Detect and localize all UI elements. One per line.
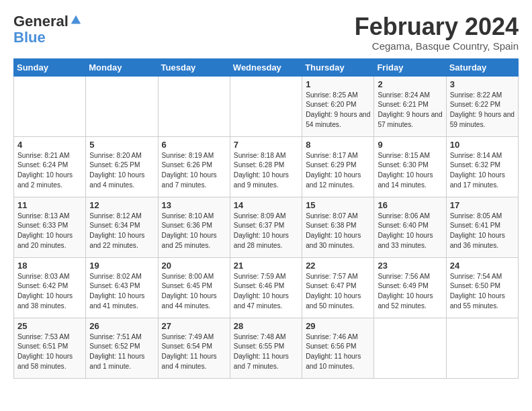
weekday-header-row: SundayMondayTuesdayWednesdayThursdayFrid…: [14, 58, 519, 76]
day-info: Sunrise: 8:18 AM Sunset: 6:28 PM Dayligh…: [234, 151, 298, 191]
weekday-header-cell: Saturday: [446, 58, 518, 76]
calendar-cell: 5Sunrise: 8:20 AM Sunset: 6:25 PM Daylig…: [86, 136, 158, 197]
day-number: 21: [234, 261, 298, 271]
weekday-header-cell: Friday: [374, 58, 446, 76]
calendar-cell: 23Sunrise: 7:56 AM Sunset: 6:49 PM Dayli…: [374, 257, 446, 318]
calendar-cell: 22Sunrise: 7:57 AM Sunset: 6:47 PM Dayli…: [302, 257, 374, 318]
day-info: Sunrise: 8:14 AM Sunset: 6:32 PM Dayligh…: [450, 151, 515, 191]
day-number: 25: [17, 321, 82, 331]
calendar-cell: 24Sunrise: 7:54 AM Sunset: 6:50 PM Dayli…: [446, 257, 518, 318]
day-info: Sunrise: 7:59 AM Sunset: 6:46 PM Dayligh…: [234, 272, 298, 312]
day-info: Sunrise: 8:00 AM Sunset: 6:45 PM Dayligh…: [162, 272, 226, 312]
calendar-week-row: 18Sunrise: 8:03 AM Sunset: 6:42 PM Dayli…: [14, 257, 519, 318]
calendar-cell: 1Sunrise: 8:25 AM Sunset: 6:20 PM Daylig…: [302, 76, 374, 136]
calendar-cell: [86, 76, 158, 136]
day-number: 15: [306, 200, 370, 210]
day-number: 23: [378, 261, 442, 271]
calendar-cell: 8Sunrise: 8:17 AM Sunset: 6:29 PM Daylig…: [302, 136, 374, 197]
calendar-cell: 21Sunrise: 7:59 AM Sunset: 6:46 PM Dayli…: [230, 257, 302, 318]
calendar-cell: 17Sunrise: 8:05 AM Sunset: 6:41 PM Dayli…: [446, 197, 518, 257]
calendar-cell: 6Sunrise: 8:19 AM Sunset: 6:26 PM Daylig…: [158, 136, 230, 197]
day-number: 27: [162, 321, 226, 331]
day-number: 20: [162, 261, 226, 271]
calendar-cell: [14, 76, 86, 136]
day-number: 10: [450, 140, 515, 150]
day-number: 28: [234, 321, 298, 331]
calendar-cell: [158, 76, 230, 136]
day-info: Sunrise: 8:12 AM Sunset: 6:34 PM Dayligh…: [89, 212, 154, 251]
calendar-cell: 29Sunrise: 7:46 AM Sunset: 6:56 PM Dayli…: [302, 318, 374, 378]
calendar-week-row: 4Sunrise: 8:21 AM Sunset: 6:24 PM Daylig…: [14, 136, 519, 197]
day-number: 7: [234, 140, 298, 150]
weekday-header-cell: Sunday: [14, 58, 86, 76]
calendar-cell: 2Sunrise: 8:24 AM Sunset: 6:21 PM Daylig…: [374, 76, 446, 136]
day-info: Sunrise: 7:56 AM Sunset: 6:49 PM Dayligh…: [378, 272, 442, 312]
calendar-week-row: 11Sunrise: 8:13 AM Sunset: 6:33 PM Dayli…: [14, 197, 519, 257]
day-info: Sunrise: 8:22 AM Sunset: 6:22 PM Dayligh…: [450, 91, 515, 130]
day-info: Sunrise: 8:10 AM Sunset: 6:36 PM Dayligh…: [162, 212, 226, 251]
calendar-table: SundayMondayTuesdayWednesdayThursdayFrid…: [13, 58, 519, 379]
day-info: Sunrise: 8:09 AM Sunset: 6:37 PM Dayligh…: [234, 212, 298, 251]
day-info: Sunrise: 8:05 AM Sunset: 6:41 PM Dayligh…: [450, 212, 515, 251]
calendar-week-row: 25Sunrise: 7:53 AM Sunset: 6:51 PM Dayli…: [14, 318, 519, 378]
day-number: 8: [306, 140, 370, 150]
day-number: 22: [306, 261, 370, 271]
calendar-cell: 25Sunrise: 7:53 AM Sunset: 6:51 PM Dayli…: [14, 318, 86, 378]
weekday-header-cell: Thursday: [302, 58, 374, 76]
calendar-cell: 20Sunrise: 8:00 AM Sunset: 6:45 PM Dayli…: [158, 257, 230, 318]
day-number: 13: [162, 200, 226, 210]
calendar-cell: [446, 318, 518, 378]
day-number: 24: [450, 261, 515, 271]
svg-marker-0: [71, 15, 81, 24]
weekday-header-cell: Monday: [86, 58, 158, 76]
day-info: Sunrise: 8:25 AM Sunset: 6:20 PM Dayligh…: [306, 91, 370, 130]
day-number: 5: [89, 140, 154, 150]
calendar-cell: 28Sunrise: 7:48 AM Sunset: 6:55 PM Dayli…: [230, 318, 302, 378]
day-info: Sunrise: 8:06 AM Sunset: 6:40 PM Dayligh…: [378, 212, 442, 251]
day-info: Sunrise: 8:03 AM Sunset: 6:42 PM Dayligh…: [17, 272, 82, 312]
day-info: Sunrise: 8:15 AM Sunset: 6:30 PM Dayligh…: [378, 151, 442, 191]
day-number: 2: [378, 79, 442, 89]
page-header: GeneralBlue February 2024 Cegama, Basque…: [13, 13, 519, 52]
calendar-cell: 10Sunrise: 8:14 AM Sunset: 6:32 PM Dayli…: [446, 136, 518, 197]
month-year: February 2024: [355, 13, 519, 40]
location: Cegama, Basque Country, Spain: [355, 40, 519, 52]
calendar-cell: 4Sunrise: 8:21 AM Sunset: 6:24 PM Daylig…: [14, 136, 86, 197]
calendar-cell: 16Sunrise: 8:06 AM Sunset: 6:40 PM Dayli…: [374, 197, 446, 257]
weekday-header-cell: Wednesday: [230, 58, 302, 76]
day-number: 12: [89, 200, 154, 210]
logo: GeneralBlue: [13, 13, 82, 46]
calendar-cell: 19Sunrise: 8:02 AM Sunset: 6:43 PM Dayli…: [86, 257, 158, 318]
day-number: 16: [378, 200, 442, 210]
calendar-cell: 27Sunrise: 7:49 AM Sunset: 6:54 PM Dayli…: [158, 318, 230, 378]
day-number: 9: [378, 140, 442, 150]
day-number: 6: [162, 140, 226, 150]
day-number: 3: [450, 79, 515, 89]
day-info: Sunrise: 7:46 AM Sunset: 6:56 PM Dayligh…: [306, 332, 370, 372]
calendar-cell: 11Sunrise: 8:13 AM Sunset: 6:33 PM Dayli…: [14, 197, 86, 257]
day-number: 19: [89, 261, 154, 271]
day-info: Sunrise: 8:24 AM Sunset: 6:21 PM Dayligh…: [378, 91, 442, 130]
day-number: 29: [306, 321, 370, 331]
calendar-cell: 18Sunrise: 8:03 AM Sunset: 6:42 PM Dayli…: [14, 257, 86, 318]
title-block: February 2024 Cegama, Basque Country, Sp…: [355, 13, 519, 52]
day-info: Sunrise: 8:13 AM Sunset: 6:33 PM Dayligh…: [17, 212, 82, 251]
logo-text: GeneralBlue: [13, 13, 82, 46]
calendar-cell: [230, 76, 302, 136]
weekday-header-cell: Tuesday: [158, 58, 230, 76]
day-number: 1: [306, 79, 370, 89]
day-info: Sunrise: 7:53 AM Sunset: 6:51 PM Dayligh…: [17, 332, 82, 372]
day-info: Sunrise: 8:19 AM Sunset: 6:26 PM Dayligh…: [162, 151, 226, 191]
day-info: Sunrise: 8:02 AM Sunset: 6:43 PM Dayligh…: [89, 272, 154, 312]
calendar-cell: 12Sunrise: 8:12 AM Sunset: 6:34 PM Dayli…: [86, 197, 158, 257]
day-number: 26: [89, 321, 154, 331]
day-number: 18: [17, 261, 82, 271]
day-number: 11: [17, 200, 82, 210]
day-info: Sunrise: 7:51 AM Sunset: 6:52 PM Dayligh…: [89, 332, 154, 372]
day-info: Sunrise: 8:17 AM Sunset: 6:29 PM Dayligh…: [306, 151, 370, 191]
day-number: 17: [450, 200, 515, 210]
calendar-cell: 7Sunrise: 8:18 AM Sunset: 6:28 PM Daylig…: [230, 136, 302, 197]
calendar-cell: 26Sunrise: 7:51 AM Sunset: 6:52 PM Dayli…: [86, 318, 158, 378]
calendar-cell: [374, 318, 446, 378]
calendar-cell: 13Sunrise: 8:10 AM Sunset: 6:36 PM Dayli…: [158, 197, 230, 257]
